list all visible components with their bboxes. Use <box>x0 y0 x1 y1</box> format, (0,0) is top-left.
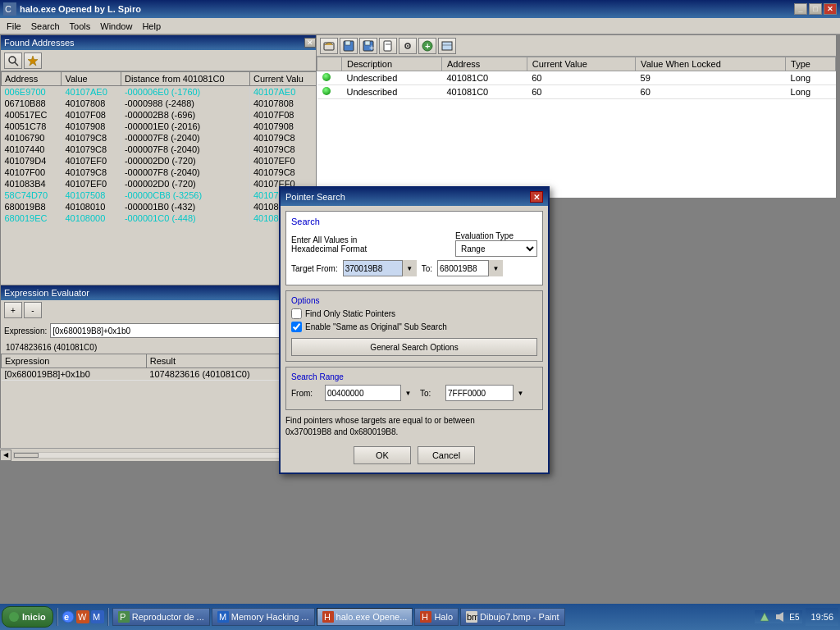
eval-type-row: Enter All Values inHexadecimal Format Ev… <box>291 231 537 257</box>
dialog-title: Pointer Search <box>285 192 345 202</box>
app-title: halo.exe Opened by L. Spiro <box>20 4 794 14</box>
options-section-label: Options <box>291 296 537 305</box>
quicklaunch-icon2[interactable]: W <box>76 610 89 623</box>
range-to-wrap: ▼ <box>445 385 527 401</box>
svg-text:M: M <box>219 612 226 622</box>
range-from-arrow[interactable]: ▼ <box>400 385 415 401</box>
svg-point-19 <box>9 612 19 622</box>
general-search-options-button[interactable]: General Search Options <box>291 338 537 356</box>
dialog-overlay: Pointer Search ✕ Search Enter All Values… <box>0 34 840 594</box>
clock: 19:56 <box>806 608 838 626</box>
svg-text:bmp: bmp <box>467 612 477 622</box>
maximize-button[interactable]: □ <box>809 3 822 15</box>
svg-text:P: P <box>120 612 126 622</box>
svg-rect-36 <box>776 614 779 619</box>
svg-text:H: H <box>324 612 331 622</box>
target-from-label: Target From: <box>291 264 338 273</box>
taskbar-item-4[interactable]: bmp Dibujo7.bmp - Paint <box>460 608 565 626</box>
cancel-button[interactable]: Cancel <box>418 446 475 464</box>
tray-lang: E5 <box>789 613 799 622</box>
target-to-arrow[interactable]: ▼ <box>488 260 503 276</box>
taskbar-item-2-label: halo.exe Opene... <box>336 612 408 622</box>
target-to-label: To: <box>422 264 432 273</box>
range-from-wrap: ▼ <box>325 385 415 401</box>
close-button[interactable]: ✕ <box>824 3 837 15</box>
enable-same-checkbox[interactable] <box>291 322 302 332</box>
taskbar: Inicio e W M P Reproductor de ... M Memo… <box>0 604 840 630</box>
taskbar-item-3[interactable]: H Halo <box>414 608 459 626</box>
search-group: Search Enter All Values inHexadecimal Fo… <box>285 211 543 285</box>
svg-text:C: C <box>5 4 11 14</box>
menu-help[interactable]: Help <box>137 20 166 33</box>
taskbar-item-4-label: Dibujo7.bmp - Paint <box>480 612 559 622</box>
target-from-row: Target From: ▼ To: ▼ <box>291 260 537 276</box>
minimize-button[interactable]: _ <box>794 3 807 15</box>
dialog-body: Search Enter All Values inHexadecimal Fo… <box>281 206 548 472</box>
range-to-arrow[interactable]: ▼ <box>513 385 527 401</box>
window-controls: _ □ ✕ <box>794 3 837 15</box>
taskbar-right: E5 19:56 <box>755 608 838 626</box>
svg-text:W: W <box>78 612 87 622</box>
eval-type-label: Evaluation Type <box>455 231 514 240</box>
find-description: Find pointers whose targets are equal to… <box>285 415 543 438</box>
eval-type-select[interactable]: Range Exact Pointer <box>455 240 537 257</box>
svg-text:e: e <box>64 612 69 622</box>
menu-bar: File Search Tools Window Help <box>0 18 840 34</box>
dialog-close-button[interactable]: ✕ <box>530 191 543 203</box>
svg-marker-37 <box>779 612 783 622</box>
find-static-row: Find Only Static Pointers <box>291 308 537 319</box>
taskbar-item-0-label: Reproductor de ... <box>132 612 204 622</box>
enable-same-row: Enable "Same as Original" Sub Search <box>291 322 537 332</box>
enable-same-label: Enable "Same as Original" Sub Search <box>305 322 447 331</box>
search-range-group: Search Range From: ▼ To: ▼ <box>285 367 543 410</box>
enter-hex-label: Enter All Values inHexadecimal Format <box>291 235 450 253</box>
find-static-label: Find Only Static Pointers <box>305 309 395 318</box>
taskbar-item-0[interactable]: P Reproductor de ... <box>112 608 210 626</box>
tray-volume-icon[interactable] <box>774 610 787 623</box>
dialog-buttons: OK Cancel <box>285 443 543 468</box>
title-bar: C halo.exe Opened by L. Spiro _ □ ✕ <box>0 0 840 18</box>
taskbar-divider2 <box>107 608 109 626</box>
menu-tools[interactable]: Tools <box>65 20 96 33</box>
menu-file[interactable]: File <box>2 20 26 33</box>
taskbar-item-2[interactable]: H halo.exe Opene... <box>317 608 413 626</box>
menu-window[interactable]: Window <box>95 20 137 33</box>
menu-search[interactable]: Search <box>26 20 65 33</box>
target-from-input-wrap: ▼ <box>343 260 417 276</box>
start-button[interactable]: Inicio <box>2 606 53 628</box>
tray-network-icon[interactable] <box>758 610 771 623</box>
range-from-label: From: <box>291 389 320 398</box>
tray-area: E5 <box>755 610 802 623</box>
dialog-title-bar: Pointer Search ✕ <box>281 188 548 206</box>
svg-text:M: M <box>93 612 100 622</box>
options-group: Options Find Only Static Pointers Enable… <box>285 290 543 362</box>
target-to-input-wrap: ▼ <box>437 260 503 276</box>
search-range-label: Search Range <box>291 372 537 381</box>
eval-type-group: Evaluation Type Range Exact Pointer <box>455 231 537 257</box>
range-to-label: To: <box>420 389 441 398</box>
app-icon: C <box>3 2 16 16</box>
taskbar-item-1-label: Memory Hacking ... <box>231 612 309 622</box>
pointer-search-dialog: Pointer Search ✕ Search Enter All Values… <box>279 186 550 474</box>
ok-button[interactable]: OK <box>354 446 411 464</box>
taskbar-item-3-label: Halo <box>434 612 453 622</box>
range-from-row: From: ▼ To: ▼ <box>291 385 537 401</box>
find-static-checkbox[interactable] <box>291 308 302 319</box>
start-label: Inicio <box>22 612 46 622</box>
svg-text:H: H <box>422 612 428 622</box>
quicklaunch-icon3[interactable]: M <box>91 610 104 623</box>
taskbar-divider <box>57 608 58 626</box>
taskbar-item-1[interactable]: M Memory Hacking ... <box>212 608 315 626</box>
target-from-arrow[interactable]: ▼ <box>402 260 417 276</box>
quicklaunch-ie[interactable]: e <box>62 610 75 623</box>
search-section-label: Search <box>291 217 537 226</box>
